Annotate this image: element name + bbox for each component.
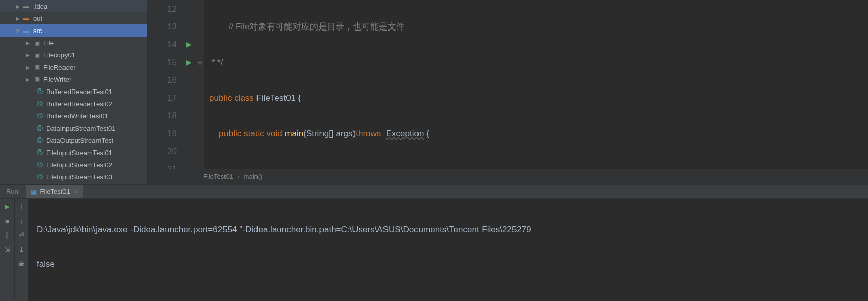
crumb[interactable]: main() bbox=[244, 173, 263, 180]
code-token: Exception bbox=[386, 129, 424, 138]
run-label: Run: bbox=[0, 188, 26, 195]
tree-item-filereader[interactable]: ▶▣FileReader bbox=[0, 61, 147, 73]
tree-item-src[interactable]: ▼▬src bbox=[0, 24, 147, 37]
tree-item-idea[interactable]: ▶▬.idea bbox=[0, 0, 147, 12]
run-tab[interactable]: ▦ FileTest01 × bbox=[26, 185, 83, 198]
run-tabs: Run: ▦ FileTest01 × bbox=[0, 185, 868, 199]
class-icon: Ⓒ bbox=[36, 161, 44, 169]
run-toolbar-right: ↑ ↓ ⏎ ⤓ 🖶 bbox=[14, 199, 28, 301]
tree-item-brt02[interactable]: ⒸBufferedReaderTest02 bbox=[0, 98, 147, 110]
class-icon: Ⓒ bbox=[36, 100, 44, 108]
run-panel: Run: ▦ FileTest01 × ▶ ■ ‖ ⇲ ↑ ↓ ⏎ ⤓ 🖶 D:… bbox=[0, 184, 868, 301]
class-icon: Ⓒ bbox=[36, 173, 44, 181]
class-icon: Ⓒ bbox=[36, 87, 44, 96]
tree-label: BufferedReaderTest02 bbox=[46, 100, 112, 108]
package-icon: ▣ bbox=[33, 39, 41, 47]
line-number: 14 bbox=[147, 36, 177, 53]
exit-icon[interactable]: ⇲ bbox=[3, 245, 12, 254]
chevron-down-icon: ▼ bbox=[14, 28, 21, 34]
tree-item-out[interactable]: ▶▬out bbox=[0, 12, 147, 24]
tree-item-fist02[interactable]: ⒸFileInputStreamTest02 bbox=[0, 159, 147, 171]
tree-item-dost[interactable]: ⒸDataOutputStreamTest bbox=[0, 134, 147, 146]
tree-item-fist01[interactable]: ⒸFileInputStreamTest01 bbox=[0, 146, 147, 159]
fold-gutter[interactable]: ⊟ bbox=[195, 0, 204, 169]
tree-item-file-pkg[interactable]: ▶▣File bbox=[0, 37, 147, 49]
code-token: public static void bbox=[219, 129, 282, 138]
code-token: main bbox=[284, 129, 303, 138]
print-icon[interactable]: 🖶 bbox=[17, 259, 26, 268]
code-token: (String[] args) bbox=[303, 129, 356, 138]
chevron-right-icon: ▶ bbox=[24, 65, 31, 70]
tree-label: FileInputStreamTest03 bbox=[46, 173, 112, 181]
tree-label: Filecopy01 bbox=[43, 51, 75, 59]
line-number: 18 bbox=[147, 107, 177, 125]
pause-icon[interactable]: ‖ bbox=[3, 230, 12, 239]
editor[interactable]: 12 13 14 15 16 17 18 19 20 21 ▶ ▶ bbox=[147, 0, 868, 184]
code-token: public class bbox=[209, 93, 254, 103]
tree-label: src bbox=[33, 27, 42, 35]
stop-icon[interactable]: ■ bbox=[3, 216, 12, 225]
wrap-icon[interactable]: ⏎ bbox=[17, 230, 26, 239]
run-tab-label: FileTest01 bbox=[40, 188, 70, 195]
console-line: false bbox=[37, 256, 860, 273]
chevron-right-icon: ▶ bbox=[24, 52, 31, 58]
tree-item-filewriter[interactable]: ▶▣FileWriter bbox=[0, 73, 147, 85]
class-icon: Ⓒ bbox=[36, 148, 44, 157]
fold-icon[interactable]: ⊟ bbox=[195, 53, 204, 71]
chevron-right-icon: ▶ bbox=[24, 40, 31, 46]
close-icon[interactable]: × bbox=[74, 188, 78, 195]
code-token: FileTest01 { bbox=[254, 93, 301, 103]
tree-item-brt01[interactable]: ⒸBufferedReaderTest01 bbox=[0, 85, 147, 98]
line-number: 21 bbox=[147, 160, 177, 169]
code-content[interactable]: // File对象有可能对应的是目录，也可能是文件 * */ public cl… bbox=[204, 0, 868, 169]
tree-label: File bbox=[43, 39, 54, 47]
class-icon: Ⓒ bbox=[36, 112, 44, 120]
run-line-icon[interactable]: ▶ bbox=[183, 36, 195, 53]
tree-label: .idea bbox=[33, 3, 47, 10]
class-icon: Ⓒ bbox=[36, 136, 44, 144]
line-number: 20 bbox=[147, 142, 177, 160]
code-line: // File对象有可能对应的是目录，也可能是文件 bbox=[209, 22, 405, 32]
down-icon[interactable]: ↓ bbox=[17, 216, 26, 225]
chevron-right-icon: ▶ bbox=[14, 4, 21, 9]
run-line-icon[interactable]: ▶ bbox=[183, 53, 195, 71]
crumb[interactable]: FileTest01 bbox=[203, 173, 233, 180]
code-token: { bbox=[424, 129, 429, 138]
folder-icon: ▬ bbox=[22, 2, 30, 10]
breadcrumb[interactable]: FileTest01 › main() bbox=[147, 169, 868, 184]
application-icon: ▦ bbox=[31, 188, 37, 195]
scroll-icon[interactable]: ⤓ bbox=[17, 245, 26, 254]
code-line: * */ bbox=[209, 57, 223, 67]
tree-item-bwt01[interactable]: ⒸBufferedWriterTest01 bbox=[0, 110, 147, 122]
tree-item-fist03[interactable]: ⒸFileInputStreamTest03 bbox=[0, 171, 147, 183]
tree-item-dist01[interactable]: ⒸDataInputStreamTest01 bbox=[0, 122, 147, 134]
project-tree[interactable]: ▶▬.idea ▶▬out ▼▬src ▶▣File ▶▣Filecopy01 … bbox=[0, 0, 147, 184]
run-gutter[interactable]: ▶ ▶ bbox=[183, 0, 195, 169]
code-token: throws bbox=[356, 129, 381, 138]
package-icon: ▣ bbox=[33, 75, 41, 83]
line-gutter[interactable]: 12 13 14 15 16 17 18 19 20 21 bbox=[147, 0, 183, 169]
tree-item-filecopy[interactable]: ▶▣Filecopy01 bbox=[0, 49, 147, 61]
package-icon: ▣ bbox=[33, 63, 41, 71]
folder-icon: ▬ bbox=[22, 14, 30, 22]
tree-label: BufferedWriterTest01 bbox=[46, 112, 108, 120]
line-number: 13 bbox=[147, 18, 177, 36]
tree-label: FileWriter bbox=[43, 76, 71, 83]
tree-label: FileReader bbox=[43, 64, 76, 71]
tree-label: FileInputStreamTest02 bbox=[46, 161, 112, 169]
line-number: 19 bbox=[147, 125, 177, 142]
chevron-right-icon: ▶ bbox=[14, 16, 21, 21]
line-number: 16 bbox=[147, 71, 177, 89]
console-output[interactable]: D:\Java\jdk\bin\java.exe -Didea.launcher… bbox=[28, 199, 868, 301]
chevron-right-icon: › bbox=[237, 173, 239, 180]
up-icon[interactable]: ↑ bbox=[17, 202, 26, 211]
run-toolbar-left: ▶ ■ ‖ ⇲ bbox=[0, 199, 14, 301]
line-number: 15 bbox=[147, 53, 177, 71]
line-number: 17 bbox=[147, 89, 177, 107]
package-icon: ▣ bbox=[33, 51, 41, 59]
rerun-icon[interactable]: ▶ bbox=[3, 202, 12, 211]
tree-label: FileInputStreamTest01 bbox=[46, 149, 112, 157]
tree-label: DataInputStreamTest01 bbox=[46, 125, 116, 132]
class-icon: Ⓒ bbox=[36, 124, 44, 132]
tree-label: DataOutputStreamTest bbox=[46, 137, 113, 144]
